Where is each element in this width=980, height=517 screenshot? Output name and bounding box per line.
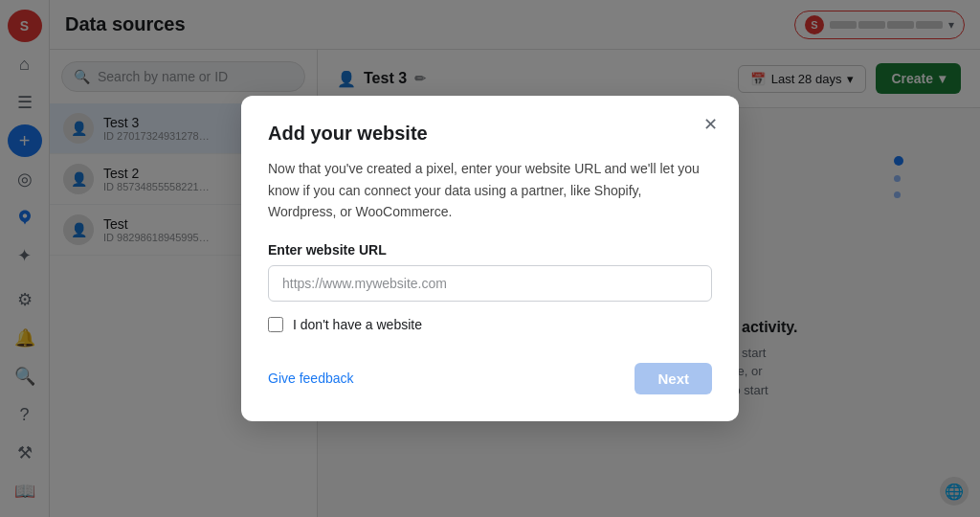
modal-footer: Give feedback Next — [268, 363, 712, 394]
no-website-checkbox[interactable] — [268, 317, 283, 332]
next-button[interactable]: Next — [635, 363, 712, 394]
modal-overlay[interactable]: ✕ Add your website Now that you've creat… — [0, 0, 980, 517]
modal-close-button[interactable]: ✕ — [697, 111, 724, 138]
no-website-label[interactable]: I don't have a website — [293, 317, 422, 332]
feedback-link[interactable]: Give feedback — [268, 371, 354, 386]
modal-title: Add your website — [268, 123, 712, 145]
modal-description: Now that you've created a pixel, enter y… — [268, 158, 712, 222]
no-website-row: I don't have a website — [268, 317, 712, 332]
website-url-input[interactable] — [268, 265, 712, 302]
add-website-modal: ✕ Add your website Now that you've creat… — [241, 96, 739, 420]
url-label: Enter website URL — [268, 242, 712, 258]
